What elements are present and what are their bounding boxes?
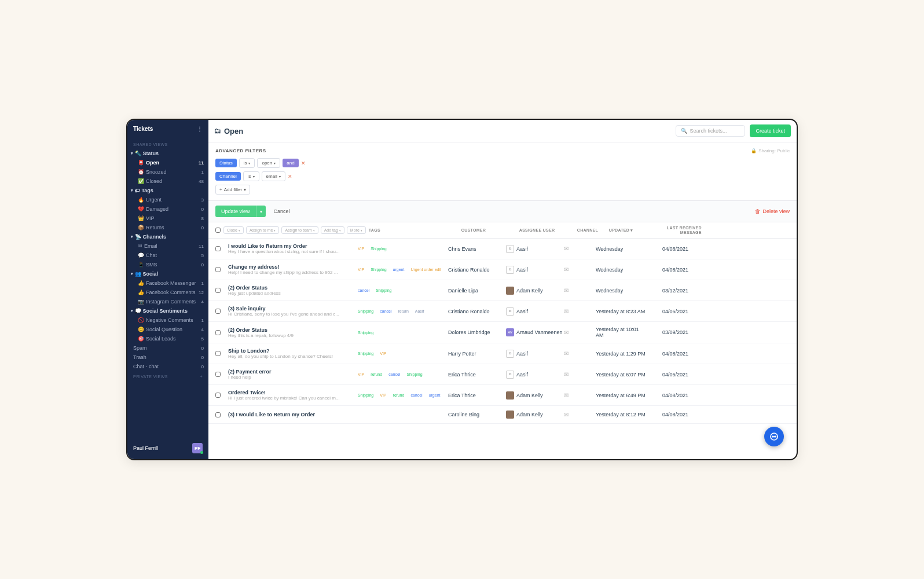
ticket-row[interactable]: (2) Payment error I need help VIPrefundc… — [208, 364, 797, 385]
filter-value[interactable]: email — [262, 171, 285, 181]
sidebar-item-returns[interactable]: 📦Returns0 — [127, 223, 208, 232]
update-view-button[interactable]: Update view — [215, 206, 256, 217]
sidebar-item-open[interactable]: 📮Open11 — [127, 158, 208, 167]
ticket-row[interactable]: (3) I would Like to Return my Order Caro… — [208, 406, 797, 424]
tags-cell: ShippingVIP — [355, 351, 448, 356]
ticket-row[interactable]: (2) Order Status Hey this is a repair, f… — [208, 322, 797, 343]
sidebar-item-negative-comments[interactable]: 🚫Negative Comments1 — [127, 316, 208, 325]
sidebar-item-snoozed[interactable]: ⏰Snoozed1 — [127, 167, 208, 177]
row-checkbox[interactable] — [215, 372, 221, 377]
channel-icon: ✉ — [564, 392, 596, 398]
sidebar-group-tags[interactable]: ▾🏷 Tags — [127, 186, 208, 195]
filter-conjunction[interactable]: and — [283, 159, 298, 167]
sidebar-item-social-leads[interactable]: 🎯Social Leads5 — [127, 334, 208, 343]
filter-operator[interactable]: is — [239, 158, 255, 168]
row-checkbox[interactable] — [215, 412, 221, 417]
sidebar-group-channels[interactable]: ▾📡 Channels — [127, 232, 208, 241]
sidebar-group-status[interactable]: ▾🔦 Status — [127, 149, 208, 158]
remove-filter-icon[interactable]: ✕ — [301, 160, 306, 166]
create-ticket-button[interactable]: Create ticket — [750, 124, 791, 137]
tags-cell: VIPShippingurgentUrgent order edit — [355, 267, 448, 272]
select-all-checkbox[interactable] — [215, 228, 221, 233]
bulk-assign-to-team[interactable]: Assign to team — [281, 226, 318, 234]
assignee-icon: ⧉ — [506, 266, 514, 274]
sidebar-group-social-sentiments[interactable]: ▾💭 Social Sentiments — [127, 306, 208, 316]
row-checkbox[interactable] — [215, 288, 221, 293]
sidebar-item-sms[interactable]: 📱SMS0 — [127, 260, 208, 269]
ticket-row[interactable]: I would Like to Return my Order Hey I ha… — [208, 239, 797, 259]
row-checkbox[interactable] — [215, 246, 221, 251]
ticket-row[interactable]: Change my address! Help! I need to chang… — [208, 259, 797, 280]
tags-cell: VIPShipping — [355, 246, 448, 251]
ticket-subject: (2) Order Status — [228, 327, 355, 333]
row-checkbox[interactable] — [215, 330, 221, 335]
sidebar-item-instagram-comments[interactable]: 📷Instagram Comments4 — [127, 297, 208, 306]
sidebar-item-closed[interactable]: ✅Closed48 — [127, 177, 208, 186]
sidebar-menu-icon[interactable]: ⋮ — [197, 126, 203, 132]
filter-field[interactable]: Status — [215, 159, 237, 167]
tag: refund — [391, 393, 407, 398]
assignee-cell: ⧉Aasif — [506, 307, 564, 316]
updated-cell: Yesterday at 8:12 PM — [596, 412, 648, 417]
row-checkbox[interactable] — [215, 351, 221, 356]
add-filter-button[interactable]: + Add filter ▾ — [215, 185, 250, 195]
sidebar-item-chat[interactable]: 💬Chat5 — [127, 251, 208, 260]
customer-cell: Cristiano Ronaldo — [448, 267, 506, 273]
sidebar-item-facebook-messenger[interactable]: 👍Facebook Messenger1 — [127, 278, 208, 288]
svg-point-2 — [773, 436, 774, 437]
tag: cancel — [408, 393, 424, 398]
ticket-subject: Ship to London? — [228, 348, 355, 354]
sidebar-group-social[interactable]: ▾👥 Social — [127, 269, 208, 278]
ticket-subject: (2) Payment error — [228, 369, 355, 375]
add-private-view-icon[interactable]: + — [200, 375, 203, 379]
row-checkbox[interactable] — [215, 393, 221, 398]
bulk-close[interactable]: Close — [223, 226, 244, 234]
customer-cell: Erica Thrice — [448, 372, 506, 378]
sidebar-item-chat---chat[interactable]: Chat - chat0 — [127, 362, 208, 371]
filter-field[interactable]: Channel — [215, 172, 241, 181]
sidebar-item-damaged[interactable]: 💔Damaged0 — [127, 204, 208, 214]
customer-cell: Erica Thrice — [448, 393, 506, 398]
bulk-assign-to-me[interactable]: Assign to me — [246, 226, 279, 234]
ticket-preview: Hi Cristiane, sorry to lose you I've gon… — [228, 312, 350, 317]
sidebar-item-vip[interactable]: 👑VIP8 — [127, 214, 208, 223]
ticket-list: I would Like to Return my Order Hey I ha… — [208, 239, 797, 459]
filter-value[interactable]: open — [257, 158, 280, 168]
assignee-cell: ⧉Aasif — [506, 266, 564, 274]
sidebar-item-social-question[interactable]: 😊Social Question4 — [127, 325, 208, 334]
delete-view-button[interactable]: 🗑 Delete view — [755, 208, 790, 214]
chat-fab[interactable] — [764, 427, 784, 446]
ticket-row[interactable]: (2) Order Status Hey just updated addres… — [208, 280, 797, 301]
ticket-row[interactable]: (3) Sale inquiry Hi Cristiane, sorry to … — [208, 301, 797, 322]
customer-cell: Danielle Lipa — [448, 288, 506, 294]
ticket-row[interactable]: Ship to London? Hey all, do you ship to … — [208, 343, 797, 364]
row-checkbox[interactable] — [215, 309, 221, 314]
assignee-avatar — [506, 411, 514, 419]
filter-operator[interactable]: is — [243, 171, 259, 181]
ticket-subject: I would Like to Return my Order — [228, 243, 355, 249]
tags-cell: ShippingVIPrefundcancelurgent — [355, 393, 448, 398]
filter-row: Channel is email✕ — [215, 171, 790, 181]
sidebar-item-email[interactable]: ✉Email11 — [127, 241, 208, 251]
assignee-cell: Adam Kelly — [506, 411, 564, 419]
remove-filter-icon[interactable]: ✕ — [288, 174, 292, 179]
svg-point-1 — [772, 436, 773, 437]
sharing-badge[interactable]: 🔒 Sharing: Public — [751, 148, 790, 153]
bulk-more[interactable]: More — [347, 226, 366, 234]
col-updated[interactable]: UPDATED ▾ — [609, 228, 661, 233]
sidebar-item-spam[interactable]: Spam0 — [127, 343, 208, 353]
sidebar-item-urgent[interactable]: 🔥Urgent3 — [127, 195, 208, 204]
ticket-row[interactable]: Ordered Twice! Hi I just ordered twice b… — [208, 385, 797, 406]
search-input[interactable]: 🔍 Search tickets... — [676, 125, 745, 137]
cancel-button[interactable]: Cancel — [269, 206, 295, 217]
row-checkbox[interactable] — [215, 267, 221, 272]
sidebar-item-trash[interactable]: Trash0 — [127, 353, 208, 362]
bulk-add-tag[interactable]: Add tag — [321, 226, 344, 234]
assignee-icon: ⧉ — [506, 245, 514, 253]
chevron-down-icon: ▾ — [131, 188, 133, 193]
sidebar-item-facebook-comments[interactable]: 👍Facebook Comments12 — [127, 288, 208, 297]
update-view-dropdown[interactable]: ▾ — [256, 206, 266, 217]
sidebar-footer: Paul Ferrill PF — [127, 437, 208, 459]
user-avatar[interactable]: PF — [192, 443, 203, 453]
date-cell: 03/12/2021 — [648, 288, 688, 294]
